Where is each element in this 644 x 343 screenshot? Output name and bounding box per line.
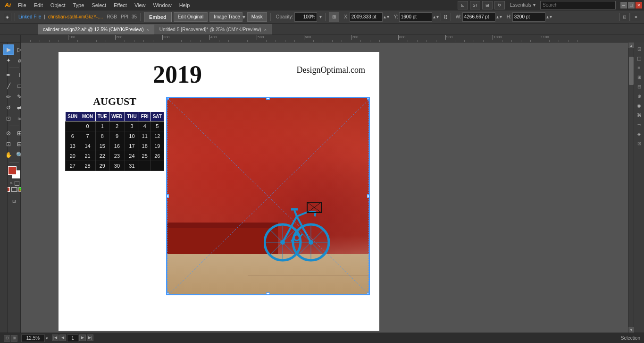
tab-1[interactable]: Untitled-5 [Recovered]* @ 25% (CMYK/Prev… (154, 24, 272, 34)
ruler-tick (483, 40, 484, 43)
mask-button[interactable]: Mask (247, 12, 267, 22)
menu-help[interactable]: Help (176, 1, 193, 9)
handle-tr[interactable] (367, 97, 370, 100)
fg-color-swatch[interactable] (8, 166, 17, 175)
menu-type[interactable]: Type (70, 1, 88, 9)
month-title: AUGUST (65, 95, 164, 108)
right-panel-btn-10[interactable]: ◈ (635, 129, 644, 138)
vscroll-up-arrow[interactable]: ▲ (628, 43, 634, 48)
y-stepper-down[interactable]: ▾ (436, 14, 439, 19)
right-panel-btn-6[interactable]: ⊕ (635, 92, 644, 100)
linked-file-label[interactable]: Linked File (18, 14, 41, 19)
image-trace-dropdown[interactable]: ▾ (243, 14, 245, 20)
arrange-icon[interactable]: ST (470, 1, 480, 9)
w-stepper-up[interactable]: ▴ (496, 14, 499, 19)
more-options-icon[interactable]: ≡ (631, 13, 641, 21)
rotate-tool[interactable]: ↺ (3, 103, 14, 113)
selection-tool[interactable]: ▶ (3, 44, 14, 55)
maximize-button[interactable]: □ (628, 2, 635, 9)
handle-tl[interactable] (166, 97, 169, 100)
opacity-dropdown[interactable]: ▾ (319, 14, 322, 19)
next-page-btn[interactable]: ▶ (79, 334, 86, 341)
last-page-btn[interactable]: ▶| (87, 334, 93, 341)
rotate-icon[interactable]: ↻ (494, 1, 505, 9)
view-options-icon[interactable]: ⊞ (482, 1, 493, 9)
handle-br[interactable] (367, 292, 370, 295)
paint-brush-tool[interactable]: ✏ (3, 92, 14, 102)
tab-0-close[interactable]: × (147, 27, 149, 32)
x-input[interactable] (350, 12, 383, 22)
tab-1-close[interactable]: × (264, 27, 267, 32)
zoom-input[interactable] (21, 334, 45, 342)
stroke-icon[interactable] (11, 187, 17, 192)
menu-select[interactable]: Select (88, 1, 109, 9)
screen-mode-icon[interactable]: ⊡ (458, 1, 468, 9)
right-panel-btn-1[interactable]: ⊡ (635, 44, 644, 53)
zoom-dropdown[interactable]: ▾ (46, 336, 48, 341)
selection-icon[interactable]: ◈ (3, 13, 11, 21)
scale-tool[interactable]: ⊡ (3, 113, 14, 124)
right-panel-btn-7[interactable]: ◉ (635, 101, 644, 110)
right-toolbar-icons: ⊡ ≡ (619, 13, 641, 21)
right-panel-btn-3[interactable]: ≡ (635, 63, 644, 72)
close-button[interactable]: ✕ (636, 2, 642, 9)
ruler-tick (474, 40, 474, 43)
right-panel-btn-8[interactable]: ⌘ (635, 111, 644, 119)
ruler-tick (332, 40, 333, 43)
y-stepper-up[interactable]: ▴ (433, 14, 435, 19)
artboard-tool[interactable]: ⊡ (3, 139, 14, 149)
swap-colors-icon[interactable]: ⇅ (9, 181, 14, 186)
menu-object[interactable]: Object (47, 1, 69, 9)
ruler-label: 600 (305, 35, 311, 39)
first-page-btn[interactable]: |◀ (52, 334, 59, 341)
screen-mode-tool[interactable]: ⊡ (9, 196, 19, 206)
x-stepper-down[interactable]: ▾ (387, 14, 389, 19)
vscroll-thumb[interactable] (629, 57, 634, 85)
eyedropper-tool[interactable]: ⊘ (3, 128, 14, 138)
right-panel-btn-9[interactable]: ⊸ (635, 120, 644, 129)
menu-file[interactable]: File (15, 1, 30, 9)
status-icon-2[interactable]: ⊞ (11, 335, 17, 342)
default-colors-icon[interactable] (15, 181, 19, 186)
pen-tool[interactable]: ✒ (3, 70, 14, 80)
menu-effect[interactable]: Effect (110, 1, 130, 9)
handle-bl[interactable] (166, 292, 169, 295)
w-stepper-down[interactable]: ▾ (500, 14, 502, 19)
right-panel-btn-11[interactable]: ⊡ (635, 139, 644, 147)
link-wh-icon[interactable]: ⛓ (441, 13, 451, 21)
opacity-input[interactable] (294, 12, 317, 22)
x-stepper-up[interactable]: ▴ (384, 14, 386, 19)
hand-tool[interactable]: ✋ (3, 150, 14, 160)
search-input[interactable] (540, 1, 616, 9)
handle-ml[interactable] (166, 194, 169, 198)
menu-edit[interactable]: Edit (31, 1, 46, 9)
handle-tc[interactable] (266, 97, 270, 100)
status-icon-1[interactable]: ⊡ (4, 335, 10, 342)
menu-window[interactable]: Window (150, 1, 175, 9)
transform-grid-icon[interactable]: ⊞ (329, 12, 339, 22)
minimize-button[interactable]: ─ (620, 2, 627, 9)
h-input[interactable] (512, 12, 545, 22)
embed-button[interactable]: Embed (144, 12, 172, 22)
menu-view[interactable]: View (131, 1, 149, 9)
h-stepper-up[interactable]: ▴ (546, 14, 549, 19)
page-input[interactable] (67, 334, 78, 342)
right-panel-btn-4[interactable]: ⊞ (635, 73, 644, 81)
h-stepper-down[interactable]: ▾ (550, 14, 552, 19)
right-panel-btn-2[interactable]: ◫ (635, 54, 644, 62)
handle-mr[interactable] (367, 194, 370, 198)
handle-bc[interactable] (266, 292, 270, 295)
constrain-icon[interactable]: ⊡ (619, 13, 630, 21)
w-input[interactable] (462, 12, 495, 22)
tab-0[interactable]: calinder design22.ai* @ 12.5% (CMYK/Prev… (38, 24, 154, 34)
right-panel-btn-5[interactable]: ⊟ (635, 82, 644, 91)
vscroll-down-arrow[interactable]: ▼ (628, 327, 634, 333)
image-trace-button[interactable]: Image Trace (209, 12, 243, 22)
prev-page-btn[interactable]: ◀ (59, 334, 66, 341)
edit-original-button[interactable]: Edit Original (174, 12, 208, 22)
color-swatches[interactable] (8, 166, 20, 179)
workspace-dropdown-arrow[interactable]: ▾ (533, 2, 535, 8)
line-tool[interactable]: ╱ (3, 81, 14, 91)
magic-wand-tool[interactable]: ✦ (3, 55, 14, 66)
y-input[interactable] (399, 12, 432, 22)
